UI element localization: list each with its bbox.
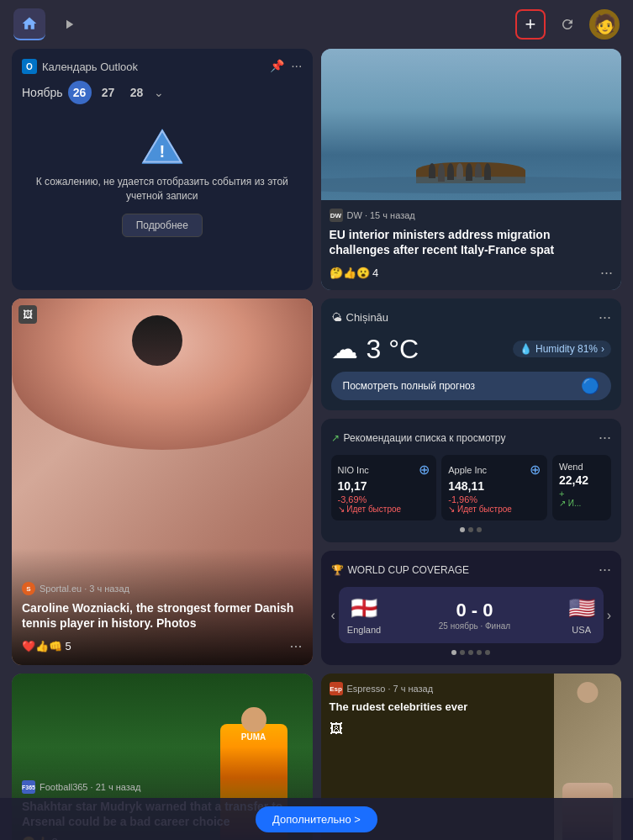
stock-change-0: -3,69%	[338, 494, 430, 505]
chevron-down-icon[interactable]: ⌄	[154, 86, 164, 99]
details-button[interactable]: Подробнее	[122, 214, 203, 237]
refresh-button[interactable]	[554, 11, 581, 38]
date-today[interactable]: 26	[68, 81, 92, 104]
calendar-actions: 📌 ···	[270, 59, 302, 74]
weather-more-icon[interactable]: ···	[599, 309, 611, 326]
worldcup-card: 🏆 WORLD CUP COVERAGE ··· ‹ 🏴󠁧󠁢󠁥󠁮󠁧󠁿 Engla…	[321, 551, 622, 665]
news3-source-time: Football365 · 21 ч назад	[40, 782, 140, 792]
news2-content: S Sportal.eu · 3 ч назад Caroline Woznia…	[12, 548, 313, 665]
wc-trophy-icon: 🏆	[331, 564, 344, 576]
stock-add-0[interactable]: ⊕	[419, 462, 430, 478]
humidity-text: Humidity 81%	[535, 343, 598, 355]
wc-more-icon[interactable]: ···	[599, 561, 611, 578]
avatar[interactable]: 🧑	[589, 9, 620, 40]
video-icon[interactable]	[55, 11, 82, 38]
wc-pagination	[331, 650, 612, 655]
dot-1	[460, 527, 465, 532]
wc-dot-1	[451, 650, 456, 655]
photo-icon: 🖼	[18, 305, 37, 324]
news1-source: DW DW · 15 ч назад	[330, 209, 614, 222]
espresso-title: The rudest celebrities ever	[330, 700, 546, 715]
stock-change-1: -1,96%	[448, 494, 541, 505]
espresso-icon: 🖼	[330, 721, 546, 737]
sportal-logo: S	[22, 582, 35, 595]
wc-dot-3	[468, 650, 473, 655]
stock-trend-1: ↘ Идет быстрое	[448, 505, 541, 514]
news2-source-time: Sportal.eu · 3 ч назад	[40, 584, 129, 594]
calendar-error: ! К сожалению, не удается отобразить соб…	[22, 114, 303, 249]
stock-header-0: NIO Inc ⊕	[338, 462, 430, 478]
weather-main: ☁ 3 °C 💧 Humidity 81% ›	[331, 333, 612, 365]
stock-trend-2: ↗ И...	[559, 499, 604, 508]
news1-more-icon[interactable]: ···	[600, 264, 613, 282]
warning-icon: !	[139, 126, 186, 166]
humidity-display[interactable]: 💧 Humidity 81% ›	[513, 341, 611, 357]
news2-card[interactable]: 🖼 S Sportal.eu · 3 ч назад Caroline Wozn…	[12, 298, 313, 665]
date-2[interactable]: 27	[97, 81, 120, 104]
wc-match-container: ‹ 🏴󠁧󠁢󠁥󠁮󠁧󠁿 England 0 - 0 25 ноябрь · Фина…	[331, 587, 612, 643]
news1-title: EU interior ministers address migration …	[330, 227, 614, 257]
stocks-title-text: Рекомендации списка к просмотру	[344, 432, 506, 444]
stocks-header: ↗ Рекомендации списка к просмотру ···	[331, 429, 612, 446]
news2-title: Caroline Wozniacki, the strongest former…	[22, 600, 303, 631]
right-column: 🌤 Chișinău ··· ☁ 3 °C 💧 Humidity 81% › П…	[321, 298, 622, 665]
team1-flag: 🏴󠁧󠁢󠁥󠁮󠁧󠁿	[351, 595, 377, 621]
more-button[interactable]: Дополнительно >	[256, 806, 377, 832]
wc-team1: 🏴󠁧󠁢󠁥󠁮󠁧󠁿 England	[347, 595, 381, 635]
add-button[interactable]: +	[515, 9, 546, 40]
main-grid: O Календарь Outlook 📌 ··· Ноябрь 26 27 2…	[0, 49, 633, 840]
wc-dot-2	[460, 650, 465, 655]
espresso-logo: Esp	[330, 682, 343, 695]
stock-add-1[interactable]: ⊕	[530, 462, 541, 478]
stocks-more-icon[interactable]: ···	[599, 429, 611, 446]
stock-item-2[interactable]: Wend 22,42 + ↗ И...	[552, 455, 611, 520]
team2-flag: 🇺🇸	[568, 595, 595, 621]
city-name: Chișinău	[346, 311, 389, 324]
stock-header-2: Wend	[559, 462, 604, 472]
stock-change-2: +	[559, 489, 604, 499]
date-3[interactable]: 28	[125, 81, 149, 104]
team2-name: USA	[572, 625, 591, 635]
stock-item-1[interactable]: Apple Inc ⊕ 148,11 -1,96% ↘ Идет быстрое	[441, 455, 547, 520]
calendar-month: Ноябрь 26 27 28 ⌄	[22, 81, 303, 104]
news1-card[interactable]: DW DW · 15 ч назад EU interior ministers…	[321, 49, 622, 290]
team1-name: England	[347, 625, 381, 635]
wc-team2: 🇺🇸 USA	[568, 595, 595, 635]
forecast-arrow-icon: 🔵	[581, 377, 599, 395]
espresso-source-time: Espresso · 7 ч назад	[347, 684, 434, 694]
wc-dot-4	[477, 650, 482, 655]
forecast-button[interactable]: Посмотреть полный прогноз 🔵	[331, 372, 612, 400]
wc-title: 🏆 WORLD CUP COVERAGE	[331, 564, 469, 576]
wc-prev-icon[interactable]: ‹	[331, 608, 335, 623]
home-icon[interactable]	[13, 8, 45, 40]
more-icon[interactable]: ···	[291, 59, 302, 74]
score-info: 25 ноябрь · Финал	[439, 621, 510, 631]
pin-icon[interactable]: 📌	[270, 59, 284, 74]
topbar-left	[13, 8, 82, 40]
weather-city: 🌤 Chișinău	[331, 311, 389, 324]
topbar-right: + 🧑	[515, 9, 620, 40]
news2-source: S Sportal.eu · 3 ч назад	[22, 582, 303, 595]
bottom-bar: Дополнительно >	[0, 798, 633, 840]
wc-next-icon[interactable]: ›	[607, 608, 611, 623]
news1-reactions: 🤔👍😮 4	[330, 267, 379, 279]
svg-text:!: !	[159, 142, 165, 161]
calendar-dates: 26 27 28	[68, 81, 149, 104]
forecast-text: Посмотреть полный прогноз	[343, 380, 476, 392]
stocks-title: ↗ Рекомендации списка к просмотру	[331, 432, 506, 444]
espresso-source: Esp Espresso · 7 ч назад	[330, 682, 546, 695]
stock-trend-0: ↘ Идет быстрое	[338, 505, 430, 514]
news2-more-icon[interactable]: ···	[289, 637, 302, 655]
weather-header: 🌤 Chișinău ···	[331, 309, 612, 326]
stocks-trend-icon: ↗	[331, 432, 340, 444]
wc-dot-5	[485, 650, 490, 655]
stocks-grid: NIO Inc ⊕ 10,17 -3,69% ↘ Идет быстрое Ap…	[331, 455, 612, 520]
news3-source: F365 Football365 · 21 ч назад	[22, 780, 303, 794]
wc-title-text: WORLD CUP COVERAGE	[348, 564, 469, 576]
stock-item-0[interactable]: NIO Inc ⊕ 10,17 -3,69% ↘ Идет быстрое	[331, 455, 437, 520]
weather-icon-small: 🌤	[331, 311, 342, 324]
stock-price-0: 10,17	[338, 479, 430, 493]
stock-pagination	[331, 527, 612, 532]
humidity-icon: 💧	[520, 343, 532, 355]
topbar: + 🧑	[0, 0, 633, 49]
